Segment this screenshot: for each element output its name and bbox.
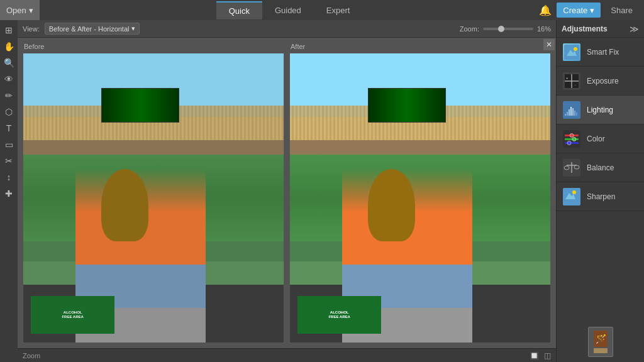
open-label: Open bbox=[6, 6, 26, 15]
view-select-arrow-icon: ▾ bbox=[131, 25, 135, 33]
bottom-right-controls: 🔲 ◫ bbox=[530, 351, 551, 360]
svg-rect-22 bbox=[565, 142, 579, 144]
svg-rect-37 bbox=[594, 348, 608, 353]
tab-quick[interactable]: Quick bbox=[216, 1, 262, 19]
after-panel: After ALCOHOLFREE AREA bbox=[289, 43, 551, 343]
zoom-status-label: Zoom bbox=[23, 352, 40, 359]
top-tabs: Quick Guided Expert bbox=[216, 1, 363, 19]
tool-add[interactable]: ✚ bbox=[1, 186, 16, 201]
open-dropdown-icon: ▾ bbox=[29, 6, 33, 15]
photos-container: ✕ Before ALCOHOLFREE AREA bbox=[18, 38, 556, 348]
billboard-after bbox=[368, 88, 446, 123]
balance-icon bbox=[563, 159, 580, 177]
tool-eyedrop[interactable]: 👁 bbox=[1, 72, 16, 87]
billboard-before bbox=[101, 88, 179, 123]
color-icon bbox=[563, 130, 580, 148]
svg-rect-20 bbox=[565, 138, 579, 140]
svg-text:🪄: 🪄 bbox=[596, 334, 607, 344]
right-panel: Adjustments ≫ Smart Fix bbox=[556, 20, 644, 362]
zoom-slider[interactable] bbox=[483, 28, 533, 30]
open-button[interactable]: Open ▾ bbox=[0, 0, 40, 20]
svg-rect-16 bbox=[576, 112, 577, 116]
exposure-icon: + − bbox=[563, 72, 580, 90]
share-button[interactable]: Share bbox=[606, 3, 638, 18]
balance-label: Balance bbox=[587, 163, 614, 172]
color-label: Color bbox=[587, 134, 605, 143]
adjustment-smart-fix[interactable]: Smart Fix bbox=[557, 38, 644, 67]
close-button[interactable]: ✕ bbox=[543, 39, 555, 50]
after-girl-hair bbox=[368, 169, 415, 241]
tool-crop[interactable]: ✂ bbox=[1, 153, 16, 168]
tool-transform[interactable]: ↕ bbox=[1, 170, 16, 185]
right-panel-bottom: 🪄 bbox=[557, 322, 644, 362]
alcohol-sign-after: ALCOHOLFREE AREA bbox=[297, 296, 380, 334]
after-label: After bbox=[289, 43, 551, 50]
svg-text:−: − bbox=[574, 83, 577, 87]
after-photo-frame: ALCOHOLFREE AREA bbox=[289, 53, 551, 343]
adjustment-balance[interactable]: Balance bbox=[557, 153, 644, 182]
tool-move[interactable]: ⊞ bbox=[1, 23, 16, 38]
zoom-value: 16% bbox=[537, 25, 551, 33]
svg-point-21 bbox=[572, 137, 576, 141]
tool-shape[interactable]: ⬡ bbox=[1, 104, 16, 119]
view-select[interactable]: Before & After - Horizontal ▾ bbox=[45, 23, 140, 35]
zoom-area: Zoom: 16% bbox=[460, 25, 551, 33]
magic-wand-icon: 🪄 bbox=[591, 329, 611, 354]
svg-text:+: + bbox=[566, 76, 569, 80]
adjustment-sharpen[interactable]: Sharpen bbox=[557, 182, 644, 211]
smart-fix-icon bbox=[563, 43, 580, 61]
lighting-icon bbox=[563, 101, 580, 119]
before-label: Before bbox=[23, 43, 284, 50]
top-bar: Open ▾ Quick Guided Expert 🔔 Create ▾ Sh… bbox=[0, 0, 644, 20]
adjustment-color[interactable]: Color bbox=[557, 124, 644, 153]
tool-rect[interactable]: ▭ bbox=[1, 137, 16, 152]
top-right-actions: 🔔 Create ▾ Share bbox=[539, 3, 638, 18]
after-stadium-image: ALCOHOLFREE AREA bbox=[290, 53, 550, 343]
sharpen-label: Sharpen bbox=[587, 192, 615, 201]
svg-rect-11 bbox=[567, 112, 568, 116]
tab-expert[interactable]: Expert bbox=[314, 1, 363, 19]
left-toolbar: ⊞ ✋ 🔍 👁 ✏ ⬡ T ▭ ✂ ↕ ✚ bbox=[0, 20, 18, 362]
view-label: View: bbox=[23, 25, 40, 33]
canvas-area: View: Before & After - Horizontal ▾ Zoom… bbox=[18, 20, 556, 362]
svg-point-23 bbox=[567, 141, 571, 145]
bottom-icon-1[interactable]: 🔲 bbox=[530, 351, 539, 360]
exposure-label: Exposure bbox=[587, 77, 619, 85]
tool-hand[interactable]: ✋ bbox=[1, 39, 16, 54]
tab-guided[interactable]: Guided bbox=[262, 1, 314, 19]
create-button[interactable]: Create ▾ bbox=[557, 3, 601, 18]
main-area: ⊞ ✋ 🔍 👁 ✏ ⬡ T ▭ ✂ ↕ ✚ View: Before & Aft… bbox=[0, 20, 644, 362]
tool-zoom[interactable]: 🔍 bbox=[1, 55, 16, 70]
notification-bell-icon[interactable]: 🔔 bbox=[539, 4, 552, 16]
zoom-thumb bbox=[498, 26, 504, 32]
before-stadium-image: ALCOHOLFREE AREA bbox=[23, 53, 284, 343]
sharpen-icon bbox=[563, 188, 580, 206]
svg-point-19 bbox=[570, 133, 574, 137]
create-dropdown-icon: ▾ bbox=[590, 6, 594, 15]
panel-close-button[interactable]: ≫ bbox=[630, 24, 639, 34]
tool-text[interactable]: T bbox=[1, 121, 16, 136]
magic-wand-button[interactable]: 🪄 bbox=[588, 327, 613, 357]
bottom-icon-2[interactable]: ◫ bbox=[544, 351, 551, 360]
adjustment-exposure[interactable]: + − Exposure bbox=[557, 67, 644, 96]
alcohol-sign-before: ALCOHOLFREE AREA bbox=[31, 296, 114, 334]
panel-header: Adjustments ≫ bbox=[557, 20, 644, 38]
zoom-label: Zoom: bbox=[460, 25, 479, 33]
adjustments-title: Adjustments bbox=[562, 25, 608, 33]
girl-hair bbox=[101, 169, 148, 241]
adjustment-lighting[interactable]: Lighting bbox=[557, 96, 644, 124]
bottom-bar: Zoom 🔲 ◫ bbox=[18, 348, 556, 362]
svg-rect-14 bbox=[572, 108, 574, 116]
smart-fix-label: Smart Fix bbox=[587, 48, 619, 57]
before-photo-frame: ALCOHOLFREE AREA bbox=[23, 53, 284, 343]
view-bar: View: Before & After - Horizontal ▾ Zoom… bbox=[18, 20, 556, 38]
svg-rect-15 bbox=[574, 111, 575, 116]
svg-point-2 bbox=[574, 47, 577, 51]
lighting-label: Lighting bbox=[587, 106, 613, 114]
tool-brush[interactable]: ✏ bbox=[1, 88, 16, 103]
before-panel: Before ALCOHOLFREE AREA bbox=[23, 43, 284, 343]
svg-rect-12 bbox=[569, 109, 570, 116]
svg-point-33 bbox=[572, 190, 576, 194]
svg-rect-10 bbox=[565, 114, 566, 116]
svg-rect-13 bbox=[570, 107, 572, 116]
